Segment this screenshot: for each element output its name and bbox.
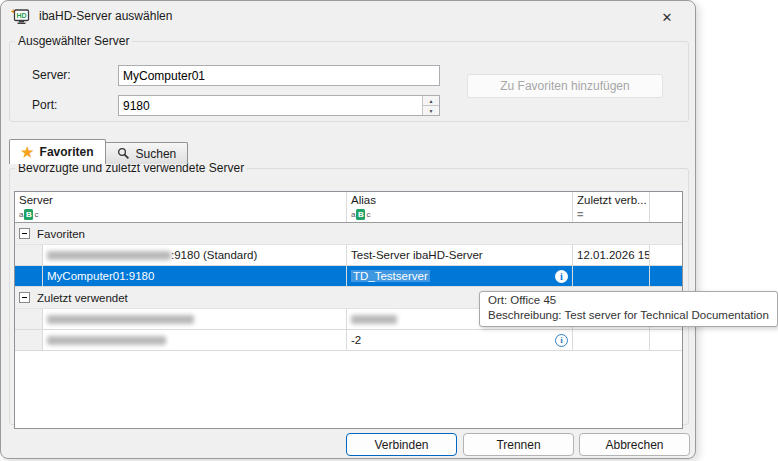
grid-header-row: Server Alias Zuletzt verb... [15,192,682,207]
column-header-alias[interactable]: Alias [347,192,573,207]
tooltip-line-ort: Ort: Office 45 [488,293,769,308]
tooltip-line-beschreibung: Beschreibung: Test server for Technical … [488,308,769,323]
server-input[interactable] [118,65,440,86]
equals-filter-icon: = [577,209,583,220]
abbrechen-button[interactable]: Abbrechen [579,433,690,456]
trennen-button[interactable]: Trennen [463,433,574,456]
group-row-label: Favoriten [37,228,85,240]
tab-suchen-label: Suchen [136,147,177,161]
column-header-last-connected[interactable]: Zuletzt verb... [573,192,650,207]
cell-server [43,309,347,329]
port-label: Port: [32,98,57,112]
tab-favoriten[interactable]: ★ Favoriten [9,139,106,164]
ibahd-server-dialog: + HD ibaHD-Server auswählen ✕ Ausgewählt… [0,0,696,459]
abc-filter-icon: aBc [19,209,38,220]
server-label: Server: [32,68,71,82]
port-spinner: ▲ ▼ [422,96,439,115]
add-to-favorites-button[interactable]: Zu Favoriten hinzufügen [467,74,663,98]
tab-strip: ★ Favoriten Suchen [9,139,188,164]
cell-alias: Test-Server ibaHD-Server [347,245,573,265]
cell-server: :9180 (Standard) [43,245,347,265]
port-input[interactable] [118,95,440,116]
grid-filter-row: aBc aBc = [15,207,682,223]
collapse-icon[interactable] [19,292,30,303]
collapse-icon[interactable] [19,228,30,239]
tab-suchen[interactable]: Suchen [105,142,189,164]
table-row[interactable]: :9180 (Standard) Test-Server ibaHD-Serve… [15,245,682,266]
tab-favoriten-label: Favoriten [40,145,94,159]
cell-server: MyComputer01:9180 [43,266,347,286]
cell-alias: TD_Testserver i [347,266,573,286]
filter-cell-server[interactable]: aBc [15,207,347,222]
spinner-up-icon[interactable]: ▲ [423,96,439,106]
cell-last-connected [573,266,650,286]
filter-cell-alias[interactable]: aBc [347,207,573,222]
titlebar: + HD ibaHD-Server auswählen ✕ [1,1,695,31]
info-icon[interactable]: i [555,334,568,347]
selected-server-groupbox: Ausgewählter Server Server: Port: ▲ ▼ Zu… [9,34,689,122]
redacted-server-name [47,315,194,324]
svg-text:HD: HD [16,12,26,19]
table-row[interactable]: -2 i [15,330,682,351]
window-title: ibaHD-Server auswählen [39,9,172,23]
selected-server-group-title: Ausgewählter Server [15,34,132,48]
filter-cell-last-connected[interactable]: = [573,207,650,222]
cell-server [43,330,347,350]
column-header-empty [650,192,682,207]
verbinden-button[interactable]: Verbinden [346,433,457,456]
info-icon[interactable]: i [555,270,568,283]
column-header-server[interactable]: Server [15,192,347,207]
server-info-tooltip: Ort: Office 45 Beschreibung: Test server… [479,291,778,327]
filter-cell-empty [650,207,682,222]
redacted-alias [351,315,397,324]
ibahd-app-icon: + HD [11,8,31,25]
redacted-server-name [47,251,171,260]
abc-filter-icon: aBc [351,209,370,220]
cell-alias: -2 i [347,330,573,350]
spinner-down-icon[interactable]: ▼ [423,106,439,115]
table-row-selected[interactable]: MyComputer01:9180 TD_Testserver i [15,266,682,287]
redacted-server-name [47,336,166,345]
close-icon[interactable]: ✕ [655,7,679,27]
group-row-label: Zuletzt verwendet [37,292,128,304]
group-row-favoriten[interactable]: Favoriten [15,223,682,245]
cell-last-connected: 12.01.2026 15: [573,245,650,265]
search-icon [117,147,130,160]
port-stepper: ▲ ▼ [118,95,440,116]
star-icon: ★ [21,145,34,159]
